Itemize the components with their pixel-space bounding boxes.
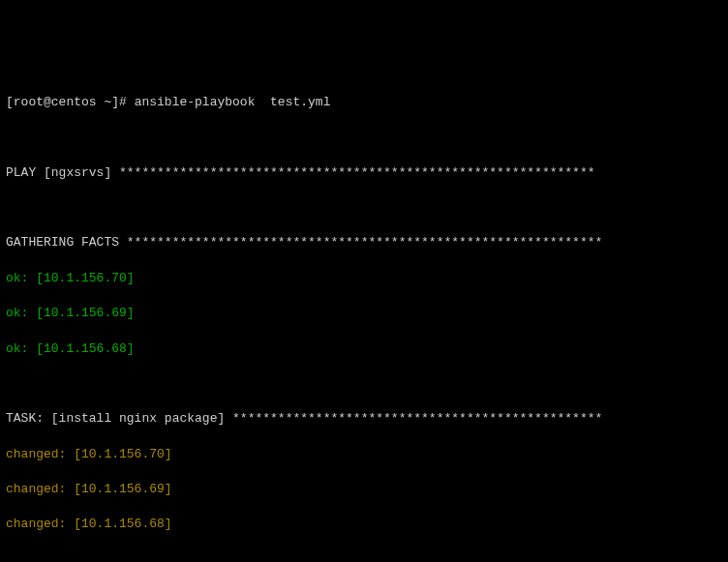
task-result: ok: [10.1.156.68] — [6, 340, 722, 358]
task-header: TASK: [install nginx package] **********… — [6, 410, 722, 428]
task-result: ok: [10.1.156.69] — [6, 305, 722, 322]
blank-line — [6, 199, 722, 217]
task-result: changed: [10.1.156.70] — [6, 446, 722, 463]
blank-line — [6, 551, 722, 562]
blank-line — [6, 375, 722, 393]
terminal-output: [root@centos ~]# ansible-playbook test.y… — [6, 76, 722, 562]
gathering-facts-header: GATHERING FACTS ************************… — [6, 234, 722, 251]
prompt: [root@centos ~]# — [6, 95, 135, 109]
command-text: ansible-playbook test.yml — [135, 95, 331, 109]
task-result: ok: [10.1.156.70] — [6, 270, 722, 287]
blank-line — [6, 129, 722, 146]
task-result: changed: [10.1.156.68] — [6, 516, 722, 533]
play-header: PLAY [ngxsrvs] *************************… — [6, 164, 722, 182]
command-line: [root@centos ~]# ansible-playbook test.y… — [6, 94, 722, 111]
task-result: changed: [10.1.156.69] — [6, 481, 722, 498]
